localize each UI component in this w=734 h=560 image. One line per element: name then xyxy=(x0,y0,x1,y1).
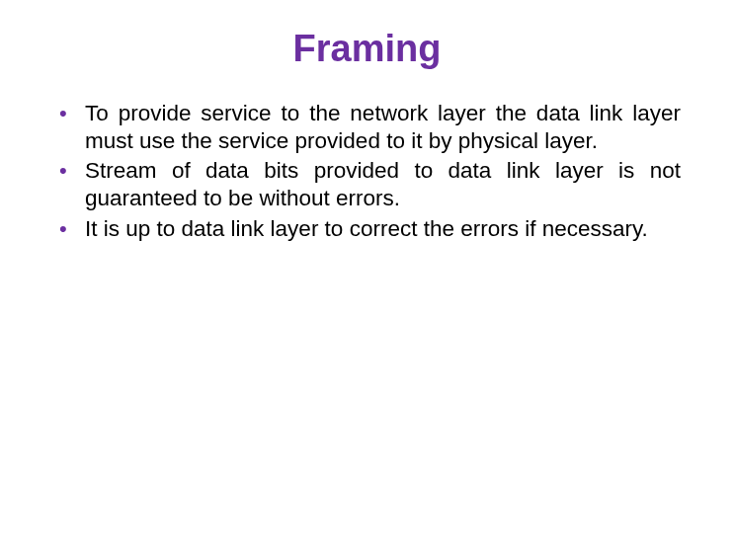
slide-title: Framing xyxy=(0,28,734,70)
bullet-item: Stream of data bits provided to data lin… xyxy=(53,157,681,212)
bullet-item: It is up to data link layer to correct t… xyxy=(53,215,681,243)
slide: Framing To provide service to the networ… xyxy=(0,0,734,560)
bullet-item: To provide service to the network layer … xyxy=(53,100,681,155)
slide-body: To provide service to the network layer … xyxy=(0,100,734,243)
bullet-list: To provide service to the network layer … xyxy=(53,100,681,243)
